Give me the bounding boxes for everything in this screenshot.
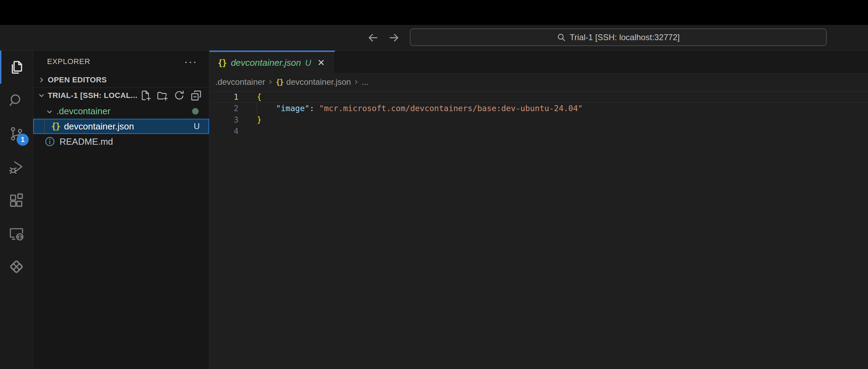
code-line-2[interactable]: 2 "image": "mcr.microsoft.com/devcontain… — [209, 103, 868, 114]
activity-bar: 1 — [0, 51, 33, 369]
activity-run-debug[interactable] — [0, 150, 33, 183]
token-open-brace: { — [257, 92, 262, 101]
token-string-value: "mcr.microsoft.com/devcontainers/base:de… — [319, 104, 583, 113]
chevron-right-icon — [38, 76, 45, 84]
code-line-4[interactable]: 4 — [209, 126, 868, 137]
tree-item-readme[interactable]: README.md — [33, 134, 209, 149]
workspace-section-header[interactable]: TRIAL-1 [SSH: LOCAL... — [33, 87, 209, 104]
sidebar-header: EXPLORER ··· — [33, 51, 209, 73]
menu-bar-strip — [0, 0, 868, 25]
chevron-down-icon — [46, 107, 53, 115]
diamond-grid-icon — [8, 259, 25, 275]
activity-extension-diamond[interactable] — [0, 250, 33, 283]
workspace-label: TRIAL-1 [SSH: LOCAL... — [48, 91, 140, 100]
files-icon — [8, 59, 25, 75]
chevron-down-icon — [38, 92, 45, 99]
tree-item-devcontainer-json[interactable]: {} devcontainer.json U — [33, 119, 209, 134]
arrow-right-icon — [388, 31, 401, 44]
folder-name: .devcontainer — [56, 106, 110, 117]
activity-source-control[interactable]: 1 — [0, 117, 33, 150]
tab-bar-empty-space — [335, 51, 868, 73]
tab-devcontainer-json[interactable]: {} devcontainer.json U ✕ — [209, 51, 335, 74]
token-property-key: "image" — [276, 104, 309, 113]
remote-explorer-icon — [8, 225, 25, 242]
explorer-sidebar: EXPLORER ··· OPEN EDITORS TRIAL-1 [SSH: … — [33, 51, 209, 369]
indent-guide — [257, 103, 257, 114]
sidebar-title: EXPLORER — [47, 57, 90, 66]
activity-remote-explorer[interactable] — [0, 217, 33, 250]
run-debug-icon — [8, 159, 25, 175]
code-line-3[interactable]: 3 } — [209, 114, 868, 126]
collapse-all-icon — [191, 90, 202, 101]
tab-git-badge: U — [305, 58, 311, 68]
token-colon: : — [309, 104, 319, 113]
token-close-brace: } — [257, 115, 262, 124]
git-untracked-badge: U — [194, 122, 200, 131]
search-icon — [8, 92, 25, 109]
chevron-separator: › — [268, 76, 273, 88]
tree-item-devcontainer-folder[interactable]: .devcontainer — [33, 104, 209, 119]
collapse-folders-button[interactable] — [191, 90, 202, 101]
new-file-icon — [140, 90, 151, 101]
breadcrumb-symbol[interactable]: ... — [362, 77, 369, 87]
tab-close-button[interactable]: ✕ — [317, 57, 325, 68]
arrow-left-icon — [366, 31, 379, 44]
json-file-icon: {} — [51, 122, 60, 131]
command-center-title: Trial-1 [SSH: localhost:32772] — [570, 33, 680, 42]
breadcrumb: .devcontainer › {} devcontainer.json › .… — [209, 74, 868, 90]
navigate-back-button[interactable] — [366, 31, 379, 44]
refresh-icon — [174, 90, 185, 101]
command-center[interactable]: Trial-1 [SSH: localhost:32772] — [410, 28, 827, 46]
activity-extensions[interactable] — [0, 183, 33, 217]
file-name: devcontainer.json — [64, 121, 134, 132]
explorer-toolbar — [140, 90, 202, 101]
vscode-window: Trial-1 [SSH: localhost:32772] — [0, 0, 868, 369]
code-editor[interactable]: 1 { 2 "image": "mcr.microsoft.com/devcon… — [209, 90, 868, 369]
json-file-icon: {} — [276, 78, 283, 86]
line-number: 4 — [209, 126, 238, 137]
line-number: 1 — [209, 91, 238, 103]
new-folder-button[interactable] — [157, 90, 168, 101]
git-modified-dot — [192, 108, 199, 115]
token-indent — [257, 104, 276, 113]
search-icon — [557, 33, 566, 42]
extensions-icon — [8, 192, 25, 208]
new-file-button[interactable] — [140, 90, 151, 101]
indent-guide — [44, 119, 45, 134]
tab-bar: {} devcontainer.json U ✕ — [209, 51, 868, 74]
chevron-separator: › — [354, 76, 359, 88]
editor-group: {} devcontainer.json U ✕ .devcontainer ›… — [209, 51, 868, 369]
readme-info-icon — [45, 136, 55, 147]
activity-search[interactable] — [0, 84, 33, 117]
more-actions-button[interactable]: ··· — [184, 58, 197, 65]
line-number: 2 — [209, 103, 238, 114]
new-folder-icon — [157, 90, 168, 101]
open-editors-label: OPEN EDITORS — [48, 75, 107, 84]
line-number: 3 — [209, 114, 238, 126]
file-name: README.md — [60, 136, 113, 147]
activity-explorer[interactable] — [0, 51, 33, 84]
breadcrumb-file[interactable]: devcontainer.json — [286, 77, 351, 87]
breadcrumb-folder[interactable]: .devcontainer — [215, 77, 265, 87]
title-bar: Trial-1 [SSH: localhost:32772] — [0, 25, 868, 51]
tab-label: devcontainer.json — [231, 57, 301, 68]
refresh-button[interactable] — [174, 90, 185, 101]
scm-changes-badge: 1 — [17, 134, 29, 146]
navigate-forward-button[interactable] — [388, 31, 401, 44]
code-line-1[interactable]: 1 { — [209, 91, 868, 103]
open-editors-section[interactable]: OPEN EDITORS — [33, 73, 209, 87]
json-file-icon: {} — [218, 58, 226, 68]
